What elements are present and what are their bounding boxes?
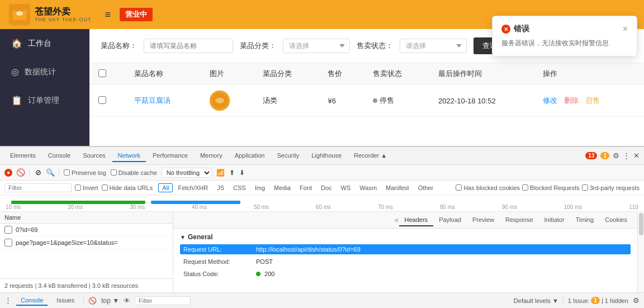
search-button[interactable]: 🔍 — [46, 169, 54, 177]
preserve-log-checkbox[interactable] — [64, 169, 70, 176]
has-blocked-checkbox[interactable] — [456, 184, 462, 191]
details-scrollbar[interactable] — [637, 212, 644, 292]
detail-tab-timing[interactable]: Timing — [570, 214, 600, 226]
request-item-2[interactable]: page?page=1&pageSize=10&status= — [0, 236, 173, 249]
upload-icon[interactable]: ⬆ — [229, 169, 235, 177]
bc-filter-input[interactable] — [135, 296, 191, 305]
settings-icon[interactable]: ⚙ — [613, 151, 619, 160]
sidebar-item-orders[interactable]: 📋 订单管理 — [0, 86, 89, 115]
filter-css[interactable]: CSS — [229, 183, 250, 192]
tab-lighthouse[interactable]: Lighthouse — [306, 150, 347, 162]
filter-img[interactable]: Img — [251, 183, 269, 192]
bc-levels-select[interactable]: Default levels ▼ — [514, 297, 558, 304]
logo-text: 苍望外卖 THE SKY TAKE-OUT — [35, 6, 92, 23]
req-checkbox-2[interactable] — [4, 239, 12, 247]
filter-doc[interactable]: Doc — [317, 183, 336, 192]
request-url-value[interactable]: http://localhost/api/dish/status/0?id=69 — [256, 246, 361, 253]
detail-tab-cookies[interactable]: Cookies — [599, 214, 633, 226]
filter-ws[interactable]: WS — [337, 183, 355, 192]
tab-sources[interactable]: Sources — [77, 150, 111, 162]
tab-security[interactable]: Security — [271, 150, 305, 162]
close-devtools-icon[interactable]: ✕ — [633, 151, 640, 160]
throttle-select[interactable]: No throttling — [162, 168, 212, 178]
status-badge: 营业中 — [120, 8, 153, 21]
sidebar-item-data-stats[interactable]: ◎ 数据统计 — [0, 58, 89, 86]
request-item-1[interactable]: 0?id=69 — [0, 224, 173, 236]
status-select[interactable]: 请选择 — [400, 39, 467, 53]
row-checkbox-cell — [89, 85, 125, 117]
detail-tab-preview[interactable]: Preview — [467, 214, 500, 226]
filter-wasm[interactable]: Wasm — [356, 183, 381, 192]
console-menu-icon[interactable]: ⋮ — [4, 296, 12, 305]
general-title: General — [188, 233, 213, 241]
requests-list-header: Name — [0, 212, 173, 224]
third-party-label[interactable]: 3rd-party requests — [582, 184, 640, 191]
error-popup: ✕ 错误 × 服务器错误，无法接收实时报警信息 — [492, 16, 637, 56]
tab-recorder[interactable]: Recorder ▲ — [348, 150, 392, 162]
dish-name-input[interactable] — [144, 39, 233, 53]
filter-fetch-xhr[interactable]: Fetch/XHR — [174, 183, 212, 192]
filter-input[interactable] — [4, 183, 72, 192]
hide-data-checkbox[interactable] — [102, 184, 108, 191]
filter-other[interactable]: Other — [414, 183, 438, 192]
error-close-button[interactable]: × — [623, 24, 628, 34]
req-name-2: page?page=1&pageSize=10&status= — [16, 239, 168, 246]
detail-tab-response[interactable]: Response — [500, 214, 539, 226]
tab-application[interactable]: Application — [229, 150, 271, 162]
filter-font[interactable]: Font — [296, 183, 316, 192]
detail-tab-initiator[interactable]: Initiator — [539, 214, 570, 226]
network-toolbar: ● 🚫 ⊘ 🔍 Preserve log Disable cache No th… — [0, 165, 644, 181]
filter-media[interactable]: Media — [270, 183, 295, 192]
third-party-checkbox[interactable] — [582, 184, 588, 191]
disable-cache-checkbox[interactable] — [111, 169, 117, 176]
detail-tab-headers[interactable]: Headers — [399, 214, 434, 226]
filter-js[interactable]: JS — [213, 183, 228, 192]
dish-table: 菜品名称 图片 菜品分类 售价 售卖状态 最后操作时间 操作 平菇豆腐汤 — [89, 63, 644, 117]
devtools-tab-icons: 13 1 ⚙ ⋮ ✕ — [585, 151, 640, 160]
scroll-thumb[interactable] — [639, 213, 643, 235]
tab-performance[interactable]: Performance — [147, 150, 193, 162]
category-select[interactable]: 请选择 — [283, 39, 350, 53]
detail-close-button[interactable]: × — [394, 216, 399, 225]
tab-network[interactable]: Network — [112, 150, 146, 162]
stop-button[interactable]: 🚫 — [17, 169, 25, 177]
detail-tab-payload[interactable]: Payload — [433, 214, 467, 226]
req-checkbox-1[interactable] — [4, 226, 12, 234]
tab-memory[interactable]: Memory — [195, 150, 228, 162]
wifi-icon[interactable]: 📶 — [216, 169, 225, 177]
filter-manifest[interactable]: Manifest — [382, 183, 413, 192]
hide-data-label[interactable]: Hide data URLs — [102, 184, 153, 191]
bc-top-select[interactable]: top ▼ — [101, 297, 119, 305]
has-blocked-label[interactable]: Has blocked cookies — [456, 184, 520, 191]
more-icon[interactable]: ⋮ — [623, 151, 630, 160]
bc-eye-icon[interactable]: 👁 — [124, 297, 130, 305]
status-dot — [373, 98, 377, 103]
record-button[interactable]: ● — [4, 169, 12, 177]
bc-settings-icon[interactable]: ⚙ — [633, 296, 640, 305]
bc-tab-console[interactable]: Console — [16, 296, 48, 306]
bc-tab-issues[interactable]: Issues — [52, 296, 79, 306]
menu-icon[interactable]: ≡ — [105, 9, 111, 21]
preserve-log-label[interactable]: Preserve log — [64, 169, 106, 176]
th-status: 售卖状态 — [364, 63, 429, 85]
tab-console[interactable]: Console — [42, 150, 76, 162]
filter-all[interactable]: All — [158, 183, 173, 192]
bc-clear-icon[interactable]: 🚫 — [88, 297, 97, 305]
disable-cache-label[interactable]: Disable cache — [111, 169, 157, 176]
row-checkbox[interactable] — [98, 96, 106, 104]
req-list-spacer — [0, 249, 173, 278]
dish-table-area: 菜品名称 图片 菜品分类 售价 售卖状态 最后操作时间 操作 平菇豆腐汤 — [89, 63, 644, 146]
select-all-checkbox[interactable] — [98, 69, 106, 77]
clear-button[interactable]: ⊘ — [34, 169, 42, 177]
edit-action[interactable]: 修改 — [543, 96, 557, 105]
invert-checkbox[interactable] — [75, 184, 81, 191]
devtools-panel: Elements Console Sources Network Perform… — [0, 146, 644, 308]
delete-action[interactable]: 删除 — [564, 96, 579, 105]
invert-label[interactable]: Invert — [75, 184, 98, 191]
blocked-requests-label[interactable]: Blocked Requests — [522, 184, 580, 191]
sidebar-item-workbench[interactable]: 🏠 工作台 — [0, 29, 89, 58]
restore-action[interactable]: 启售 — [585, 96, 600, 105]
download-icon[interactable]: ⬇ — [239, 169, 245, 177]
blocked-requests-checkbox[interactable] — [522, 184, 528, 191]
tab-elements[interactable]: Elements — [4, 150, 41, 162]
